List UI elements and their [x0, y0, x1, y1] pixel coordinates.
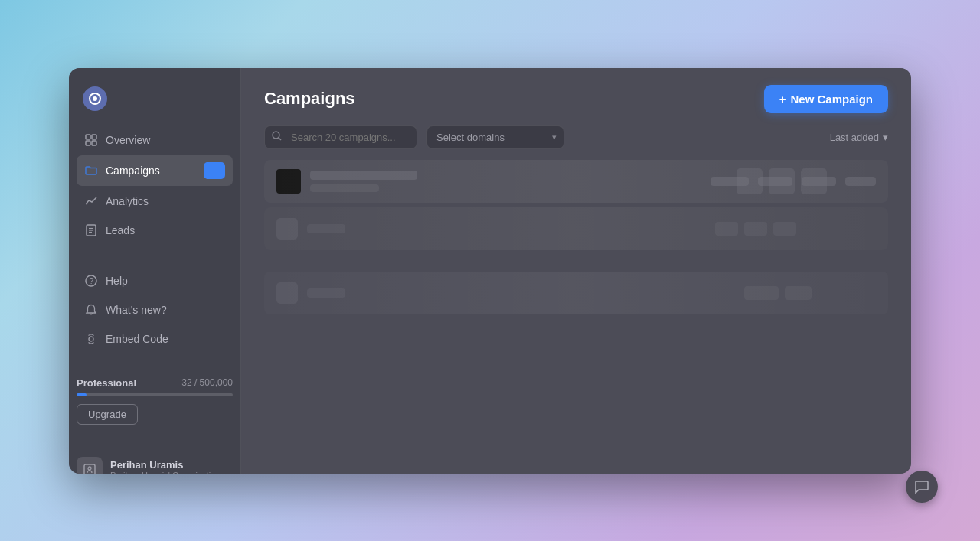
skeleton-cell — [845, 177, 876, 186]
app-logo-icon — [83, 86, 107, 111]
skeleton-cell — [802, 177, 836, 186]
user-org: Perihan Uramis' Organization — [110, 471, 220, 474]
skeleton-cell — [744, 286, 779, 300]
grid-icon — [84, 133, 98, 147]
chat-button[interactable] — [906, 471, 938, 503]
skeleton-cell — [276, 282, 298, 304]
sidebar-nav: Overview Campaigns Analyt — [69, 126, 240, 246]
skeleton-cell — [276, 218, 298, 240]
sidebar-item-help[interactable]: ? Help — [77, 267, 233, 295]
skeleton-cell — [758, 177, 792, 186]
sidebar-item-leads[interactable]: Leads — [77, 217, 233, 244]
svg-point-1 — [93, 96, 97, 101]
plan-section: Professional 32 / 500,000 Upgrade — [69, 370, 240, 432]
plus-icon: + — [779, 93, 786, 106]
skeleton-cell — [310, 171, 417, 180]
plan-progress-bar — [77, 393, 233, 396]
plan-progress-fill — [77, 393, 87, 396]
skeleton-cell — [715, 222, 738, 236]
spacer — [264, 256, 888, 272]
file-text-icon — [84, 223, 98, 237]
sidebar-item-whats-new[interactable]: What's new? — [77, 296, 233, 324]
svg-point-14 — [88, 467, 91, 470]
svg-rect-4 — [86, 141, 90, 145]
search-wrapper — [264, 125, 417, 149]
plan-title: Professional 32 / 500,000 — [77, 377, 233, 389]
user-name: Perihan Uramis — [110, 459, 220, 471]
sort-label-text: Last added — [830, 132, 879, 143]
sidebar-item-label-help: Help — [106, 275, 128, 287]
main-header: Campaigns + New Campaign — [241, 68, 911, 125]
new-campaign-label: New Campaign — [790, 93, 873, 106]
trending-up-icon — [84, 194, 98, 208]
table-row — [264, 160, 888, 203]
page-title: Campaigns — [264, 89, 355, 109]
domain-select-wrapper: Select domains ▾ — [426, 125, 564, 149]
svg-point-12 — [89, 337, 93, 341]
skeleton-cell — [276, 169, 301, 194]
svg-rect-2 — [86, 135, 90, 139]
skeleton-cell — [769, 168, 795, 194]
campaigns-badge — [204, 162, 225, 179]
skeleton-cell — [307, 288, 345, 298]
folder-icon — [84, 164, 98, 178]
toolbar: Select domains ▾ Last added ▾ — [241, 125, 911, 160]
sidebar-item-label-leads: Leads — [106, 224, 135, 236]
user-info: Perihan Uramis Perihan Uramis' Organizat… — [110, 459, 220, 474]
domain-select[interactable]: Select domains — [426, 125, 564, 149]
svg-rect-5 — [92, 141, 96, 145]
skeleton-cell — [307, 224, 345, 233]
help-circle-icon: ? — [84, 274, 98, 288]
sidebar-item-embed[interactable]: Embed Code — [77, 325, 233, 353]
skeleton-cell — [744, 222, 767, 236]
bell-icon — [84, 303, 98, 317]
user-avatar — [77, 457, 103, 474]
sort-chevron-icon: ▾ — [883, 132, 888, 143]
skeleton-cell — [310, 184, 379, 192]
sidebar-item-label-campaigns: Campaigns — [106, 165, 160, 177]
sidebar-item-label-embed: Embed Code — [106, 333, 168, 345]
skeleton-cell — [710, 177, 749, 186]
sort-control[interactable]: Last added ▾ — [830, 132, 888, 143]
table-row — [264, 272, 888, 314]
svg-rect-3 — [92, 135, 96, 139]
sidebar-item-label-whats-new: What's new? — [106, 304, 167, 316]
main-content: Campaigns + New Campaign Select domains — [241, 68, 911, 474]
user-section[interactable]: Perihan Uramis Perihan Uramis' Organizat… — [69, 448, 240, 474]
radio-icon — [84, 332, 98, 346]
sidebar-item-label-analytics: Analytics — [106, 195, 149, 207]
skeleton-cell — [785, 286, 812, 300]
upgrade-button[interactable]: Upgrade — [77, 404, 138, 425]
skeleton-cell — [801, 168, 827, 194]
table-area — [241, 160, 911, 474]
sidebar: Overview Campaigns Analyt — [69, 68, 241, 474]
svg-text:?: ? — [90, 277, 94, 285]
sidebar-logo — [69, 80, 240, 126]
new-campaign-button[interactable]: + New Campaign — [764, 85, 888, 113]
sidebar-item-label-overview: Overview — [106, 134, 150, 146]
svg-rect-13 — [84, 464, 95, 474]
table-row — [264, 207, 888, 250]
sidebar-bottom: ? Help What's new? — [69, 267, 240, 354]
sidebar-item-overview[interactable]: Overview — [77, 126, 233, 154]
sidebar-item-campaigns[interactable]: Campaigns — [77, 155, 233, 186]
skeleton-cell — [773, 222, 796, 236]
search-input[interactable] — [264, 125, 417, 149]
skeleton-cell — [737, 168, 763, 194]
sidebar-item-analytics[interactable]: Analytics — [77, 187, 233, 215]
